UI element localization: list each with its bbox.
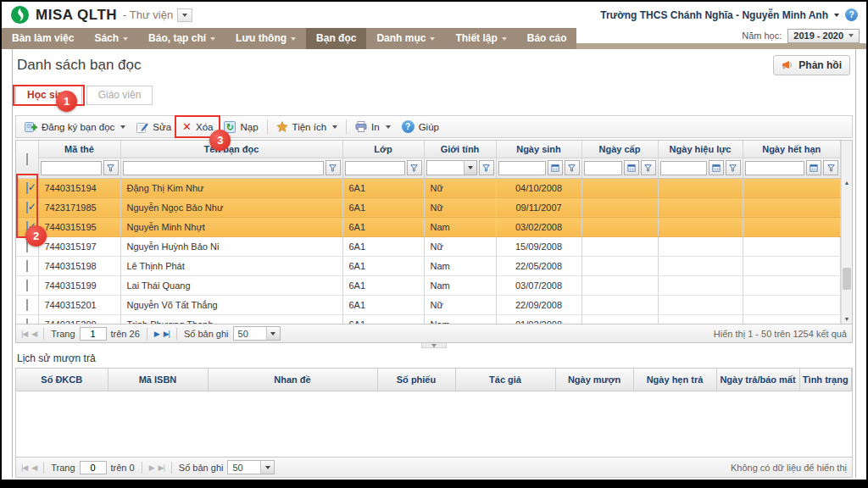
page-size-select[interactable]: 50 [233, 326, 281, 341]
row-checkbox[interactable] [26, 299, 28, 311]
account-name[interactable]: Trường THCS Chánh Nghĩa - Nguyễn Minh An… [600, 9, 828, 21]
grid-toolbar: Đăng ký bạn đọc Sửa ✕ Xóa 3 ↻ Nạp [15, 115, 853, 138]
calendar-button[interactable] [624, 160, 639, 175]
school-year-select[interactable]: 2019 - 2020 [787, 29, 860, 43]
prev-page-button[interactable]: ◀ [31, 463, 36, 472]
column-header[interactable]: Mã ISBN [108, 369, 208, 391]
app-logo-text: MISA QLTH [36, 7, 117, 24]
calendar-button[interactable] [806, 160, 821, 175]
page-number-input[interactable] [80, 327, 107, 341]
filter-input-ngay-sinh[interactable] [498, 161, 546, 175]
column-header[interactable]: Ngày cấp [581, 141, 658, 158]
table-row[interactable]: 7440315194Đặng Thị Kim Như6A1Nữ04/10/200… [16, 178, 841, 197]
edit-button[interactable]: Sửa [131, 118, 176, 136]
delete-button[interactable]: ✕ Xóa 3 [177, 118, 218, 136]
filter-button[interactable] [479, 160, 494, 175]
menu-item-sach[interactable]: Sách [84, 28, 138, 49]
last-page-button[interactable]: ▶| [164, 330, 170, 338]
table-row[interactable]: 7440315200Trịnh Phương Thanh6A1Nam01/02/… [16, 314, 841, 324]
column-header[interactable]: Ngày hiệu lực [658, 141, 743, 158]
page-number-input[interactable] [80, 461, 107, 474]
table-row[interactable]: 7423171985Nguyễn Ngọc Bảo Như6A1Nữ09/11/… [16, 197, 841, 217]
menu-item-luu-thong[interactable]: Lưu thông [225, 28, 306, 49]
row-checkbox[interactable] [26, 260, 28, 272]
utilities-button[interactable]: Tiện ích [271, 118, 342, 136]
tab-giao-vien[interactable]: Giáo viên [86, 86, 153, 105]
row-checkbox[interactable] [26, 319, 28, 324]
filter-button[interactable] [565, 160, 580, 175]
calendar-icon [810, 164, 818, 172]
column-header[interactable]: Ngày mượn [555, 369, 633, 391]
column-header[interactable]: Tên bạn đọc [120, 141, 342, 158]
feedback-button[interactable]: Phản hồi [773, 55, 850, 75]
scroll-up-arrow-icon[interactable]: ▲ [842, 180, 852, 186]
menu-item-bao-cao[interactable]: Báo cáo [517, 28, 577, 49]
help-button[interactable]: ? Giúp [397, 118, 444, 136]
filter-button[interactable] [726, 160, 741, 175]
filter-input-lop[interactable] [345, 161, 405, 175]
account-chevron-icon[interactable] [834, 14, 839, 17]
filter-input-ngay-het-han[interactable] [745, 161, 805, 175]
row-checkbox[interactable] [26, 202, 28, 214]
column-header[interactable]: Giới tính [424, 141, 496, 158]
filter-button[interactable] [326, 160, 341, 175]
filter-button[interactable] [103, 160, 119, 175]
table-row[interactable]: 7440315198Lê Thịnh Phát6A1Nam22/05/2008 [16, 256, 841, 275]
page-size-select[interactable]: 50 [227, 460, 275, 474]
menu-item-thiet-lap[interactable]: Thiết lập [445, 28, 516, 49]
menu-item-ban-lam-viec[interactable]: Bàn làm việc [2, 28, 84, 49]
column-header[interactable]: Ngày hẹn trả [633, 369, 716, 391]
splitter-handle[interactable] [421, 343, 447, 348]
scrollbar-thumb[interactable] [843, 268, 851, 290]
next-page-button[interactable]: ▶ [149, 463, 154, 472]
filter-input-ten-ban-doc[interactable] [123, 161, 324, 175]
filter-button[interactable] [641, 160, 656, 175]
filter-input-ma-the[interactable] [41, 161, 102, 175]
filter-select-gioi-tinh[interactable] [426, 160, 477, 175]
print-button[interactable]: In [350, 118, 396, 136]
column-header[interactable]: Ngày sinh [496, 141, 581, 158]
table-row[interactable]: 7440315197Nguyễn Huỳnh Bảo Ni6A1Nữ15/09/… [16, 236, 841, 256]
column-header[interactable]: Mã thẻ [38, 141, 120, 158]
row-checkbox[interactable] [26, 280, 28, 291]
calendar-button[interactable] [709, 160, 724, 175]
panel-splitter[interactable] [13, 343, 855, 349]
row-checkbox[interactable] [26, 182, 28, 194]
prev-page-button[interactable]: ◀ [31, 330, 36, 338]
table-row[interactable]: 7440315195Nguyễn Minh Nhựt6A1Nam03/02/20… [16, 217, 841, 236]
filter-input-ngay-hieu-luc[interactable] [660, 161, 707, 175]
menu-item-bao-tap-chi[interactable]: Báo, tạp chí [138, 28, 225, 49]
column-header[interactable]: Số ĐKCB [16, 369, 108, 391]
table-row[interactable]: 7440315199Lai Thái Quang6A1Nam03/07/2008 [16, 275, 841, 295]
column-header[interactable]: Số phiếu [377, 369, 455, 391]
column-header[interactable]: Tình trạng [799, 369, 852, 391]
menu-item-danh-muc[interactable]: Danh mục [366, 28, 445, 49]
tab-hoc-sinh[interactable]: Học sinh 1 [15, 86, 82, 105]
filter-button[interactable] [823, 160, 838, 175]
register-reader-button[interactable]: Đăng ký bạn đọc [19, 118, 131, 136]
funnel-icon [410, 164, 418, 172]
reload-button[interactable]: ↻ Nạp [219, 118, 263, 136]
scroll-down-arrow-icon[interactable]: ▼ [842, 316, 852, 322]
filter-button[interactable] [407, 160, 422, 175]
calendar-button[interactable] [548, 160, 563, 175]
filter-input-ngay-cap[interactable] [584, 161, 622, 175]
next-page-button[interactable]: ▶ [154, 330, 159, 338]
select-all-checkbox[interactable] [26, 153, 28, 165]
menu-item-ban-doc[interactable]: Bạn đọc [306, 28, 366, 49]
row-checkbox[interactable] [26, 221, 28, 233]
module-dropdown-button[interactable] [177, 8, 192, 22]
vertical-scrollbar[interactable]: ▲ ▼ [841, 141, 852, 324]
last-page-button[interactable]: ▶| [159, 463, 164, 472]
column-header[interactable]: Tác giả [455, 369, 555, 391]
chevron-down-icon [502, 37, 507, 41]
column-header[interactable]: Ngày trả/báo mất [716, 369, 799, 391]
row-checkbox[interactable] [26, 241, 28, 252]
column-header[interactable]: Lớp [342, 141, 424, 158]
column-header[interactable]: Ngày hết hạn [743, 141, 841, 158]
table-row[interactable]: 7440315201Nguyễn Võ Tất Thắng6A1Nữ22/09/… [16, 295, 841, 314]
first-page-button[interactable]: |◀ [21, 463, 27, 472]
column-header[interactable]: Nhan đề [208, 369, 377, 391]
help-icon[interactable]: ? [845, 8, 858, 21]
first-page-button[interactable]: |◀ [21, 330, 27, 338]
